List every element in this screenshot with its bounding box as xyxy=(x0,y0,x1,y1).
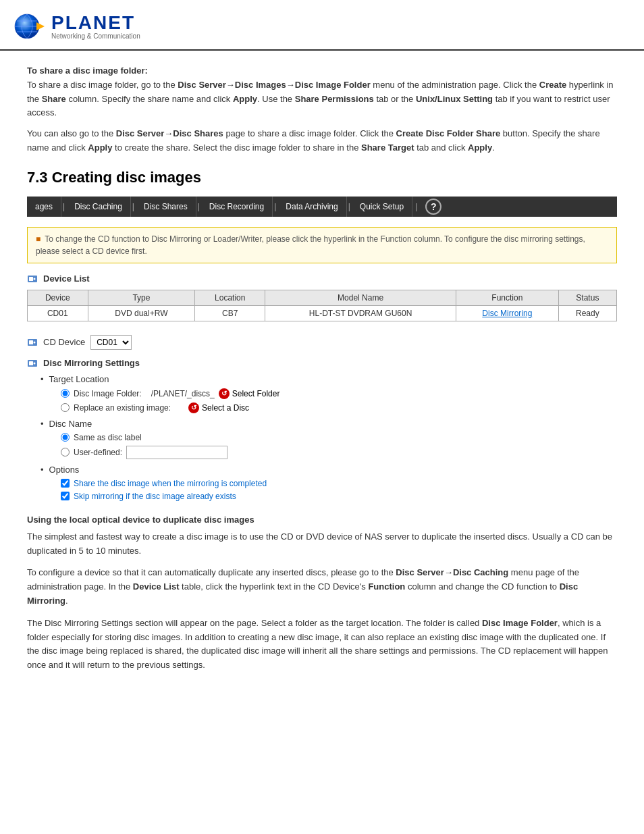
col-location: Location xyxy=(195,290,265,305)
cell-location: CB7 xyxy=(195,305,265,321)
logo-text: PLANET Networking & Communication xyxy=(51,14,140,40)
skip-checkbox[interactable] xyxy=(61,492,70,500)
skip-checkbox-row: Skip mirroring if the disc image already… xyxy=(61,492,617,501)
col-type: Type xyxy=(88,290,195,305)
select-disc-text[interactable]: Select a Disc xyxy=(202,403,249,413)
tab-ages[interactable]: ages xyxy=(27,197,61,217)
cell-type: DVD dual+RW xyxy=(88,305,195,321)
mirroring-options-list: • Target Location Disc Image Folder: /PL… xyxy=(27,374,617,501)
col-model: Model Name xyxy=(265,290,456,305)
replace-existing-radio[interactable] xyxy=(61,403,70,412)
user-defined-input[interactable] xyxy=(126,446,227,459)
svg-point-11 xyxy=(34,341,36,343)
user-defined-radio[interactable] xyxy=(61,448,70,457)
tab-data-archiving[interactable]: Data Archiving xyxy=(277,197,346,217)
disc-image-folder-label: Disc Image Folder: xyxy=(74,389,142,398)
cell-status: Ready xyxy=(558,305,616,321)
tab-quick-setup[interactable]: Quick Setup xyxy=(352,197,412,217)
cell-function[interactable]: Disc Mirroring xyxy=(456,305,558,321)
col-device: Device xyxy=(28,290,88,305)
disc-image-folder-row: Disc Image Folder: /PLANET/_discs_ ↺ Sel… xyxy=(61,388,617,399)
sep5: | xyxy=(347,202,352,211)
mirroring-icon xyxy=(27,358,38,369)
help-button[interactable]: ? xyxy=(425,199,441,215)
nav-tabs: ages | Disc Caching | Disc Shares | Disc… xyxy=(27,197,617,217)
page-header: PLANET Networking & Communication xyxy=(0,0,644,51)
share-checkbox[interactable] xyxy=(61,479,70,488)
target-location-label: • Target Location xyxy=(41,374,617,384)
user-defined-row: User-defined: xyxy=(61,446,617,459)
cd-device-row: CD Device CD01 xyxy=(27,335,617,350)
replace-existing-label: Replace an existing image: xyxy=(74,403,171,413)
options-label: • Options xyxy=(41,465,617,475)
disc-name-text: Disc Name xyxy=(49,419,92,429)
same-as-label-row: Same as disc label xyxy=(61,433,617,442)
function-link[interactable]: Disc Mirroring xyxy=(482,309,532,318)
folder-path-text: /PLANET/_discs_ xyxy=(151,389,215,398)
logo: PLANET Networking & Communication xyxy=(14,10,140,43)
user-defined-label: User-defined: xyxy=(74,448,122,457)
mirroring-title: Disc Mirroring Settings xyxy=(27,358,617,369)
options-checkboxes: Share the disc image when the mirroring … xyxy=(41,479,617,501)
intro-section: To share a disc image folder: To share a… xyxy=(27,64,617,155)
sep1: | xyxy=(61,202,66,211)
sep4: | xyxy=(273,202,277,211)
sep6: | xyxy=(412,202,420,211)
select-folder-link[interactable]: ↺ Select Folder xyxy=(219,388,280,399)
cd-device-label: CD Device xyxy=(43,337,85,347)
target-location-options: Disc Image Folder: /PLANET/_discs_ ↺ Sel… xyxy=(41,388,617,413)
col-function: Function xyxy=(456,290,558,305)
share-checkbox-row: Share the disc image when the mirroring … xyxy=(61,479,617,488)
intro-para2: You can also go to the Disc Server→Disc … xyxy=(27,127,617,155)
cell-device: CD01 xyxy=(28,305,88,321)
options-text: Options xyxy=(49,465,80,475)
main-content: To share a disc image folder: To share a… xyxy=(0,51,644,694)
intro-bold-header: To share a disc image folder: xyxy=(27,66,148,76)
disc-name-label: • Disc Name xyxy=(41,419,617,429)
target-location-item: • Target Location Disc Image Folder: /PL… xyxy=(41,374,617,413)
device-table: Device Type Location Model Name Function… xyxy=(27,290,617,321)
logo-planet-label: PLANET xyxy=(51,14,140,32)
info-box: To change the CD function to Disc Mirror… xyxy=(27,227,617,263)
disc-image-folder-radio[interactable] xyxy=(61,389,70,398)
cd-device-select[interactable]: CD01 xyxy=(90,335,132,350)
select-disc-link[interactable]: ↺ Select a Disc xyxy=(188,402,249,413)
replace-existing-row: Replace an existing image: ↺ Select a Di… xyxy=(61,402,617,413)
tab-disc-recording[interactable]: Disc Recording xyxy=(201,197,273,217)
select-folder-icon: ↺ xyxy=(219,388,230,399)
local-para3: The Disc Mirroring Settings section will… xyxy=(27,617,617,673)
skip-checkbox-label: Skip mirroring if the disc image already… xyxy=(74,492,236,501)
tab-disc-caching[interactable]: Disc Caching xyxy=(66,197,131,217)
svg-rect-10 xyxy=(29,340,33,344)
sep2: | xyxy=(131,202,136,211)
svg-rect-7 xyxy=(29,277,33,281)
target-location-text: Target Location xyxy=(49,374,109,384)
local-para1: The simplest and fastest way to create a… xyxy=(27,530,617,558)
select-folder-text[interactable]: Select Folder xyxy=(232,389,280,398)
disc-name-item: • Disc Name Same as disc label User-defi… xyxy=(41,419,617,459)
svg-rect-13 xyxy=(29,361,33,365)
select-disc-icon: ↺ xyxy=(188,402,199,413)
local-optical-title: Using the local optical device to duplic… xyxy=(27,515,617,525)
local-para2: To configure a device so that it can aut… xyxy=(27,566,617,608)
table-row: CD01 DVD dual+RW CB7 HL-DT-ST DVDRAM GU6… xyxy=(28,305,617,321)
same-as-label-radio[interactable] xyxy=(61,433,70,442)
disc-name-options: Same as disc label User-defined: xyxy=(41,433,617,459)
cd-device-icon xyxy=(27,337,38,348)
share-checkbox-label: Share the disc image when the mirroring … xyxy=(74,479,267,488)
device-list-icon xyxy=(27,273,38,284)
cell-model: HL-DT-ST DVDRAM GU60N xyxy=(265,305,456,321)
svg-marker-5 xyxy=(36,22,45,30)
tab-disc-shares[interactable]: Disc Shares xyxy=(136,197,196,217)
mirroring-title-text: Disc Mirroring Settings xyxy=(43,358,140,368)
logo-tagline-label: Networking & Communication xyxy=(51,32,140,40)
col-status: Status xyxy=(558,290,616,305)
intro-para1: To share a disc image folder: To share a… xyxy=(27,64,617,120)
svg-point-8 xyxy=(34,278,36,280)
device-list-header: Device List xyxy=(27,273,617,284)
svg-point-14 xyxy=(34,362,36,364)
device-list-title: Device List xyxy=(43,273,90,284)
section-title: 7.3 Creating disc images xyxy=(27,169,617,186)
options-item: • Options Share the disc image when the … xyxy=(41,465,617,501)
disc-mirroring-settings: Disc Mirroring Settings • Target Locatio… xyxy=(27,358,617,501)
